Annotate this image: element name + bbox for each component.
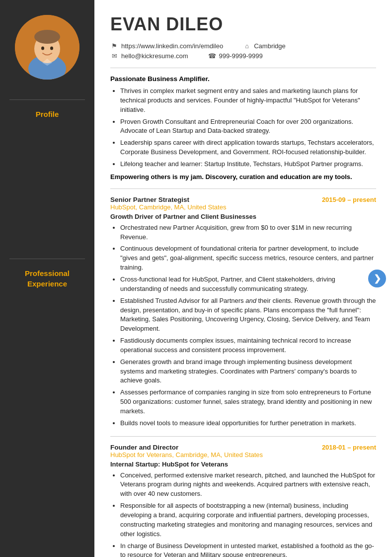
list-item: In charge of Business Development in unt… bbox=[120, 542, 376, 557]
list-item: Continuous development of foundational c… bbox=[120, 244, 376, 273]
list-item: Responsible for all aspects of bootstrap… bbox=[120, 501, 376, 539]
sidebar-profile-label: Profile bbox=[31, 109, 64, 119]
sidebar-divider-exp bbox=[9, 259, 85, 259]
list-item: Thrives in complex market segment entry … bbox=[120, 87, 376, 115]
list-item: Generates growth and brand image through… bbox=[120, 358, 376, 386]
sidebar-divider-profile bbox=[9, 99, 85, 100]
svg-point-6 bbox=[50, 47, 53, 50]
job-title-2: Founder and Director bbox=[110, 444, 178, 451]
profile-closing: Empowering others is my jam. Discovery, … bbox=[110, 173, 376, 181]
contact-email: ✉ hello@kickresume.com bbox=[110, 52, 188, 60]
list-item: Builds novel tools to measure ideal oppo… bbox=[120, 419, 376, 428]
profile-bullets: Thrives in complex market segment entry … bbox=[110, 87, 376, 169]
job-bullets-2: Conceived, performed extensive market re… bbox=[110, 471, 376, 557]
job-subtitle-1: Growth Driver of Partner and Client Busi… bbox=[110, 213, 376, 220]
list-item: Established Trusted Advisor for all Part… bbox=[120, 296, 376, 334]
header-divider bbox=[110, 68, 376, 68]
location-icon: ⌂ bbox=[243, 42, 251, 50]
contact-phone: ☎ 999-9999-9999 bbox=[208, 52, 263, 60]
scroll-arrow-icon: ❯ bbox=[374, 274, 381, 283]
section-divider-2 bbox=[110, 436, 376, 437]
location-text: Cambridge bbox=[254, 42, 286, 50]
job-subtitle-2: Internal Startup: HubSpot for Veterans bbox=[110, 461, 376, 468]
contact-row-1: ⚑ https://www.linkedin.com/in/emdileo ⌂ … bbox=[110, 42, 376, 50]
sidebar-experience-label: Professional Experience bbox=[20, 268, 75, 289]
contact-location: ⌂ Cambridge bbox=[243, 42, 286, 50]
list-item: Fastidiously documents complex issues, m… bbox=[120, 336, 376, 355]
job-bullets-1: Orchestrated new Partner Acquisition, gr… bbox=[110, 223, 376, 428]
contact-row-2: ✉ hello@kickresume.com ☎ 999-9999-9999 bbox=[110, 52, 376, 60]
list-item: Proven Growth Consultant and Entrepreneu… bbox=[120, 117, 376, 136]
experience-item-1: Senior Partner Strategist 2015-09 – pres… bbox=[110, 196, 376, 428]
list-item: Cross-functional lead for HubSpot, Partn… bbox=[120, 275, 376, 294]
phone-icon: ☎ bbox=[208, 52, 216, 60]
job-dates-1: 2015-09 – present bbox=[322, 196, 376, 203]
phone-text: 999-9999-9999 bbox=[219, 52, 263, 60]
linkedin-icon: ⚑ bbox=[110, 42, 118, 50]
email-icon: ✉ bbox=[110, 52, 118, 60]
avatar bbox=[15, 15, 79, 80]
list-item: Lifelong teacher and learner: Startup In… bbox=[120, 160, 376, 169]
exp-header-1: Senior Partner Strategist 2015-09 – pres… bbox=[110, 196, 376, 203]
section-divider-1 bbox=[110, 188, 376, 189]
job-company-1: HubSpot, Cambridge, MA, United States bbox=[110, 203, 376, 211]
list-item: Leadership spans career with direct appl… bbox=[120, 138, 376, 157]
profile-tagline: Passionate Business Amplifier. bbox=[110, 75, 376, 83]
linkedin-url: https://www.linkedin.com/in/emdileo bbox=[121, 42, 223, 50]
list-item: Conceived, performed extensive market re… bbox=[120, 471, 376, 499]
job-company-2: HubSpot for Veterans, Cambridge, MA, Uni… bbox=[110, 451, 376, 459]
experience-item-2: Founder and Director 2018-01 – present H… bbox=[110, 444, 376, 557]
job-dates-2: 2018-01 – present bbox=[322, 444, 376, 451]
exp-header-2: Founder and Director 2018-01 – present bbox=[110, 444, 376, 451]
svg-point-5 bbox=[41, 47, 44, 50]
job-title-1: Senior Partner Strategist bbox=[110, 196, 189, 203]
profile-section: Passionate Business Amplifier. Thrives i… bbox=[110, 75, 376, 181]
contact-linkedin: ⚑ https://www.linkedin.com/in/emdileo bbox=[110, 42, 223, 50]
sidebar: Profile Professional Experience bbox=[0, 0, 94, 557]
candidate-name: EVAN DILEO bbox=[110, 14, 376, 35]
email-text: hello@kickresume.com bbox=[121, 52, 188, 60]
svg-point-4 bbox=[34, 30, 60, 44]
main-content: EVAN DILEO ⚑ https://www.linkedin.com/in… bbox=[94, 0, 392, 557]
list-item: Assesses performance of companies rangin… bbox=[120, 388, 376, 416]
list-item: Orchestrated new Partner Acquisition, gr… bbox=[120, 223, 376, 242]
scroll-next-button[interactable]: ❯ bbox=[368, 270, 386, 287]
